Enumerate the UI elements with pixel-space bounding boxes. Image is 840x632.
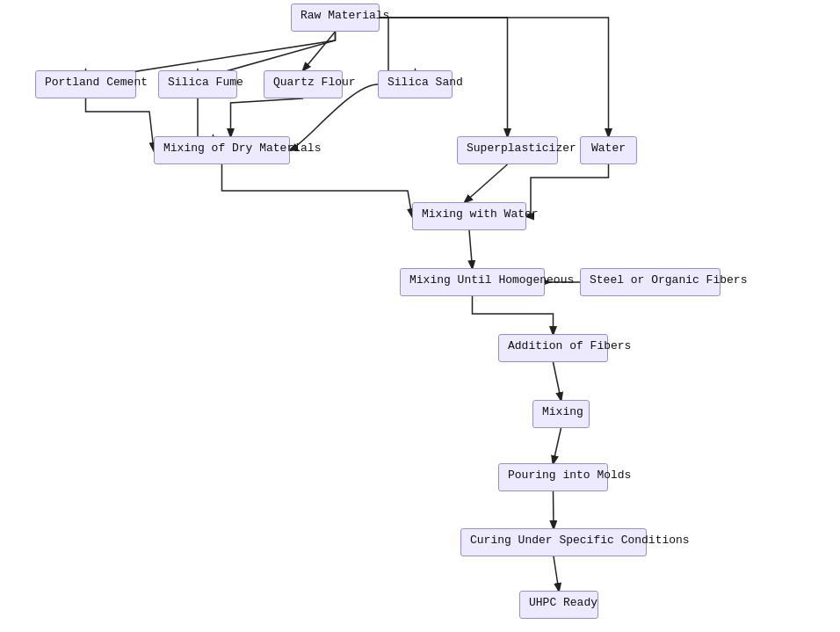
node-water: Water xyxy=(580,136,637,164)
svg-line-1 xyxy=(469,230,473,268)
node-addition_fibers: Addition of Fibers xyxy=(498,334,608,362)
node-silica_fume: Silica Fume xyxy=(158,70,237,98)
svg-line-5 xyxy=(554,556,559,591)
node-superplasticizer: Superplasticizer xyxy=(457,136,558,164)
node-mixing_water: Mixing with Water xyxy=(412,202,526,230)
node-portland_cement: Portland Cement xyxy=(35,70,136,98)
svg-line-4 xyxy=(554,491,554,528)
node-steel_organic: Steel or Organic Fibers xyxy=(580,268,721,296)
node-mixing_dry: Mixing of Dry Materials xyxy=(154,136,290,164)
svg-line-2 xyxy=(554,362,561,400)
node-curing: Curing Under Specific Conditions xyxy=(460,528,647,556)
node-pouring_molds: Pouring into Molds xyxy=(498,463,608,491)
node-quartz_flour: Quartz Flour xyxy=(264,70,343,98)
flowchart-container: Raw MaterialsPortland CementSilica FumeQ… xyxy=(0,0,840,632)
node-mixing: Mixing xyxy=(532,400,590,428)
node-mixing_homogeneous: Mixing Until Homogeneous xyxy=(400,268,545,296)
node-uhpc_ready: UHPC Ready xyxy=(519,591,598,619)
node-raw_materials: Raw Materials xyxy=(291,4,380,32)
svg-line-0 xyxy=(465,164,508,202)
node-silica_sand: Silica Sand xyxy=(378,70,453,98)
svg-line-3 xyxy=(554,428,561,463)
